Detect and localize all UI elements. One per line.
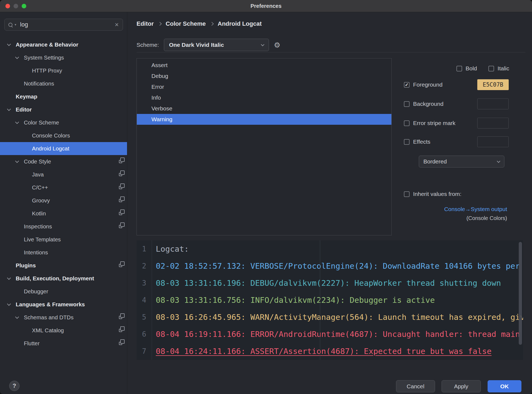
sidebar-item-system-settings[interactable]: System Settings <box>0 51 127 64</box>
chevron-down-icon <box>24 187 32 188</box>
inherit-source-link[interactable]: Console→System output <box>444 206 507 212</box>
search-input[interactable] <box>20 21 112 28</box>
sidebar-item-code-style[interactable]: Code Style <box>0 155 127 168</box>
log-level-verbose[interactable]: Verbose <box>137 103 391 114</box>
chevron-down-icon[interactable] <box>16 57 24 58</box>
chevron-down-icon <box>8 265 16 266</box>
chevron-down-icon <box>24 135 32 136</box>
background-color-field[interactable] <box>477 98 509 109</box>
log-level-warning[interactable]: Warning <box>137 114 391 125</box>
italic-label: Italic <box>498 65 509 72</box>
breadcrumb-color-scheme[interactable]: Color Scheme <box>166 20 206 27</box>
preview-line: 608-04 16:19:11.166: ERROR/AndroidRuntim… <box>137 326 523 343</box>
chevron-down-icon <box>16 291 24 292</box>
scheme-row: Scheme: One Dark Vivid Italic ⚙ <box>137 39 280 51</box>
foreground-color-field[interactable]: E5C07B <box>477 79 509 90</box>
scheme-settings-gear-icon[interactable]: ⚙ <box>274 41 280 49</box>
line-number: 7 <box>137 343 152 360</box>
chevron-down-icon <box>16 239 24 240</box>
bold-label: Bold <box>466 65 477 72</box>
sidebar-item-label: Color Scheme <box>24 119 59 126</box>
copy-icon <box>119 173 122 176</box>
help-button[interactable]: ? <box>9 381 20 391</box>
sidebar-item-label: XML Catalog <box>32 327 64 334</box>
foreground-color-value: E5C07B <box>483 81 503 88</box>
sidebar-item-label: Debugger <box>24 288 48 295</box>
sidebar-item-android-logcat[interactable]: Android Logcat <box>0 142 127 155</box>
error-stripe-row[interactable]: Error stripe mark <box>404 119 455 127</box>
italic-checkbox-row[interactable]: Italic <box>488 65 509 72</box>
inherit-checkbox[interactable] <box>404 191 410 197</box>
copy-icon <box>119 212 122 215</box>
error-stripe-checkbox[interactable] <box>404 120 410 126</box>
ok-button[interactable]: OK <box>488 380 521 392</box>
search-options-chevron-icon[interactable]: ▾ <box>15 23 16 27</box>
body: ▾ ✕ Appearance & BehaviorSystem Settings… <box>0 12 532 394</box>
preview-line: 408-03 13:31:16.756: INFO/dalvikvm(2234)… <box>137 291 523 308</box>
sidebar-item-http-proxy[interactable]: HTTP Proxy <box>0 64 127 77</box>
effects-type-dropdown[interactable]: Bordered <box>419 156 504 168</box>
sidebar-item-flutter[interactable]: Flutter <box>0 337 127 350</box>
sidebar-item-label: Appearance & Behavior <box>16 41 78 48</box>
sidebar-item-intentions[interactable]: Intentions <box>0 246 127 259</box>
background-checkbox[interactable] <box>404 101 410 107</box>
bold-checkbox-row[interactable]: Bold <box>456 65 477 72</box>
chevron-down-icon[interactable] <box>8 304 16 305</box>
cancel-button[interactable]: Cancel <box>396 380 435 392</box>
sidebar-item-schemas-and-dtds[interactable]: Schemas and DTDs <box>0 311 127 324</box>
settings-sidebar: ▾ ✕ Appearance & BehaviorSystem Settings… <box>0 12 127 394</box>
sidebar-item-editor[interactable]: Editor <box>0 103 127 116</box>
preview-line: 508-03 16:26:45.965: WARN/ActivityManage… <box>137 308 523 326</box>
sidebar-item-keymap[interactable]: Keymap <box>0 90 127 103</box>
sidebar-item-xml-catalog[interactable]: XML Catalog <box>0 324 127 337</box>
background-row[interactable]: Background <box>404 100 443 108</box>
log-level-error[interactable]: Error <box>137 81 391 92</box>
sidebar-item-groovy[interactable]: Groovy <box>0 194 127 207</box>
log-level-info[interactable]: Info <box>137 92 391 103</box>
sidebar-item-color-scheme[interactable]: Color Scheme <box>0 116 127 129</box>
chevron-down-icon[interactable] <box>8 109 16 110</box>
settings-tree: Appearance & BehaviorSystem SettingsHTTP… <box>0 38 127 350</box>
chevron-down-icon[interactable] <box>16 122 24 123</box>
sidebar-item-c-c[interactable]: C/C++ <box>0 181 127 194</box>
chevron-down-icon[interactable] <box>8 44 16 45</box>
effects-checkbox[interactable] <box>404 139 410 145</box>
editor-scrollbar[interactable] <box>519 242 522 345</box>
sidebar-item-notifications[interactable]: Notifications <box>0 77 127 90</box>
zoom-button[interactable] <box>22 4 26 8</box>
bold-checkbox[interactable] <box>456 66 462 71</box>
sidebar-item-console-colors[interactable]: Console Colors <box>0 129 127 142</box>
foreground-checkbox[interactable] <box>404 82 410 88</box>
apply-button[interactable]: Apply <box>442 380 481 392</box>
log-level-debug[interactable]: Debug <box>137 71 391 81</box>
log-level-assert[interactable]: Assert <box>137 60 391 71</box>
effects-color-field[interactable] <box>477 136 509 147</box>
sidebar-item-plugins[interactable]: Plugins <box>0 259 127 272</box>
sidebar-item-label: Intentions <box>24 249 48 256</box>
sidebar-item-kotlin[interactable]: Kotlin <box>0 207 127 220</box>
scheme-dropdown[interactable]: One Dark Vivid Italic <box>164 39 269 51</box>
breadcrumb-editor[interactable]: Editor <box>137 20 154 27</box>
sidebar-item-build-execution-deployment[interactable]: Build, Execution, Deployment <box>0 272 127 285</box>
error-stripe-color-field[interactable] <box>477 118 509 129</box>
chevron-down-icon[interactable] <box>16 317 24 318</box>
chevron-down-icon[interactable] <box>8 278 16 279</box>
sidebar-item-inspections[interactable]: Inspections <box>0 220 127 233</box>
sidebar-item-java[interactable]: Java <box>0 168 127 181</box>
chevron-down-icon[interactable] <box>16 161 24 162</box>
italic-checkbox[interactable] <box>488 66 494 71</box>
sidebar-item-languages-frameworks[interactable]: Languages & Frameworks <box>0 298 127 311</box>
line-number: 3 <box>137 274 152 291</box>
sidebar-item-live-templates[interactable]: Live Templates <box>0 233 127 246</box>
sidebar-item-appearance-behavior[interactable]: Appearance & Behavior <box>0 38 127 51</box>
clear-search-icon[interactable]: ✕ <box>115 22 119 28</box>
copy-icon <box>119 225 122 228</box>
minimize-button[interactable] <box>14 4 18 8</box>
foreground-row[interactable]: Foreground <box>404 81 443 88</box>
close-button[interactable] <box>5 4 10 8</box>
sidebar-item-debugger[interactable]: Debugger <box>0 285 127 298</box>
inherit-row[interactable]: Inherit values from: <box>404 190 462 198</box>
settings-search-box[interactable]: ▾ ✕ <box>4 19 123 31</box>
effects-row[interactable]: Effects <box>404 138 430 146</box>
preview-editor[interactable]: 1Logcat:202-02 18:52:57.132: VERBOSE/Pro… <box>137 240 523 360</box>
